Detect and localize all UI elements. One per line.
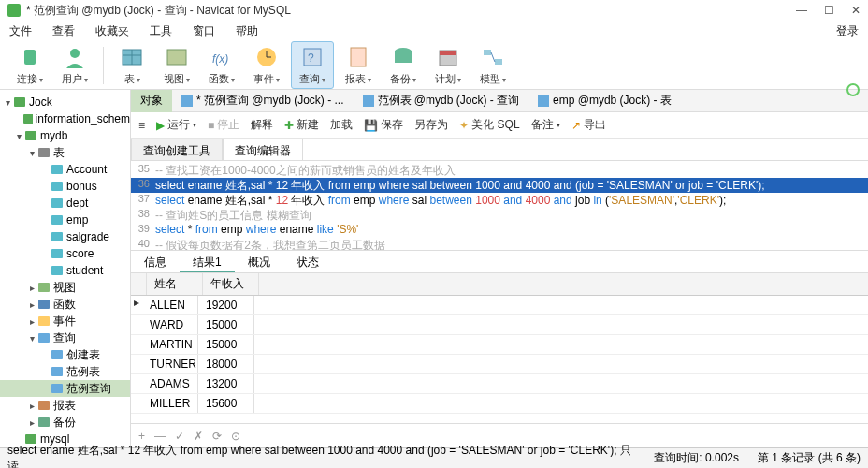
beautify-button[interactable]: ✦美化 SQL	[459, 117, 519, 133]
new-button[interactable]: ✚新建	[284, 117, 319, 133]
svg-rect-14	[395, 51, 412, 63]
table-row[interactable]: TURNER18000	[131, 355, 868, 374]
menu-file[interactable]: 文件	[9, 23, 32, 39]
svg-rect-17	[484, 50, 491, 55]
toolbar-backup[interactable]: 备份▾	[383, 42, 424, 88]
result-tabs: 信息 结果1 概况 状态	[131, 251, 868, 273]
sql-editor[interactable]: 35-- 查找工资在1000-4000之间的薪而或销售员的姓名及年收入 36se…	[131, 161, 868, 251]
tree-范例表[interactable]: 范例表	[0, 363, 130, 380]
svg-line-19	[491, 52, 495, 62]
svg-rect-28	[51, 232, 63, 241]
svg-rect-27	[51, 215, 63, 225]
toolbar-view[interactable]: 视图▾	[156, 42, 197, 88]
save-button[interactable]: 💾保存	[364, 117, 403, 133]
tree-表[interactable]: ▾表	[0, 144, 130, 161]
window-title: * 范例查询 @mydb (Jock) - 查询 - Navicat for M…	[26, 3, 796, 19]
maximize-button[interactable]: ☐	[824, 4, 834, 17]
refresh-icon[interactable]: ⟳	[212, 430, 222, 443]
toolbar-sched[interactable]: 计划▾	[427, 42, 469, 88]
toolbar-report[interactable]: 报表▾	[338, 42, 379, 88]
comment-button[interactable]: 备注▾	[531, 117, 560, 133]
svg-rect-21	[23, 114, 33, 124]
col-income[interactable]: 年收入	[203, 273, 259, 295]
run-button[interactable]: ▶运行▾	[156, 117, 196, 133]
toolbar-query[interactable]: ?查询▾	[291, 41, 334, 89]
toolbar-fx[interactable]: f(x)函数▾	[201, 42, 242, 88]
minimize-button[interactable]: —	[796, 4, 807, 17]
toolbar-clock[interactable]: 事件▾	[246, 42, 287, 88]
nav-cancel-icon[interactable]: ✗	[194, 430, 203, 443]
tree-查询[interactable]: ▾查询	[0, 329, 130, 346]
toolbar-table[interactable]: 表▾	[111, 42, 152, 88]
tree-备份[interactable]: ▸备份	[0, 414, 130, 431]
saveas-button[interactable]: 另存为	[414, 117, 448, 133]
table-row[interactable]: ▸ALLEN19200	[131, 296, 868, 315]
tree-information_schem[interactable]: information_schem	[0, 110, 130, 127]
tab-2[interactable]: 范例表 @mydb (Jock) - 查询	[354, 90, 529, 112]
tree-student[interactable]: student	[0, 262, 130, 279]
menu-window[interactable]: 窗口	[193, 23, 215, 39]
subtab-editor[interactable]: 查询编辑器	[223, 139, 303, 160]
table-row[interactable]: WARD15000	[131, 315, 868, 335]
svg-rect-20	[14, 97, 25, 107]
tab-0[interactable]: 对象	[131, 90, 172, 112]
col-name[interactable]: 姓名	[147, 273, 203, 295]
tree-mydb[interactable]: ▾mydb	[0, 127, 130, 144]
svg-rect-24	[51, 165, 63, 174]
tree-报表[interactable]: ▸报表	[0, 397, 130, 414]
svg-rect-36	[51, 367, 63, 376]
load-button[interactable]: 加载	[330, 117, 353, 133]
tree-score[interactable]: score	[0, 245, 130, 262]
tree-Jock[interactable]: ▾Jock	[0, 94, 130, 110]
svg-text:f(x): f(x)	[212, 52, 228, 66]
table-row[interactable]: MARTIN15000	[131, 335, 868, 355]
status-count: 第 1 条记录 (共 6 条)	[758, 450, 861, 466]
tab-1[interactable]: * 范例查询 @mydb (Jock) - ...	[172, 90, 354, 112]
login-button[interactable]: 登录	[836, 23, 859, 39]
rtab-result1[interactable]: 结果1	[180, 251, 235, 272]
svg-rect-5	[167, 50, 186, 65]
tab-3[interactable]: emp @mydb (Jock) - 表	[528, 90, 681, 112]
nav-first-icon[interactable]: +	[138, 430, 145, 443]
tree-dept[interactable]: dept	[0, 195, 130, 212]
toolbar-plug[interactable]: 连接▾	[9, 42, 51, 88]
svg-rect-39	[38, 417, 50, 427]
tree-salgrade[interactable]: salgrade	[0, 228, 130, 245]
table-row[interactable]: MILLER15600	[131, 394, 868, 414]
tree-事件[interactable]: ▸事件	[0, 313, 130, 329]
toolbar-user[interactable]: 用户▾	[54, 42, 95, 88]
tree-函数[interactable]: ▸函数	[0, 296, 130, 313]
tree-范例查询[interactable]: 范例查询	[0, 380, 130, 397]
explain-button[interactable]: 解释	[251, 117, 273, 133]
nav-check-icon[interactable]: ✓	[175, 430, 184, 443]
toolbar-model[interactable]: 模型▾	[472, 42, 514, 88]
nav-prev-icon[interactable]: —	[154, 430, 166, 443]
menubar: 文件 查看 收藏夹 工具 窗口 帮助 登录	[0, 21, 868, 41]
subtab-builder[interactable]: 查询创建工具	[131, 139, 223, 160]
result-grid[interactable]: 姓名 年收入 ▸ALLEN19200WARD15000MARTIN15000TU…	[131, 273, 868, 447]
connection-tree[interactable]: ▾Jockinformation_schem▾mydb▾表Accountbonu…	[0, 90, 131, 447]
rtab-profile[interactable]: 概况	[235, 251, 283, 272]
tree-emp[interactable]: emp	[0, 212, 130, 228]
menu-view[interactable]: 查看	[52, 23, 75, 39]
table-row[interactable]: ADAMS13200	[131, 374, 868, 394]
tree-bonus[interactable]: bonus	[0, 178, 130, 195]
sync-icon[interactable]	[846, 82, 862, 99]
query-actionbar: ≡ ▶运行▾ ■ 停止 解释 ✚新建 加载 💾保存 另存为 ✦美化 SQL 备注…	[131, 112, 868, 139]
rtab-status[interactable]: 状态	[283, 251, 332, 272]
close-button[interactable]: ✕	[851, 4, 861, 17]
main-toolbar: 连接▾用户▾表▾视图▾f(x)函数▾事件▾?查询▾报表▾备份▾计划▾模型▾	[0, 41, 868, 90]
stop-button[interactable]: ■ 停止	[208, 117, 239, 133]
menu-favorites[interactable]: 收藏夹	[95, 23, 129, 39]
svg-rect-23	[38, 148, 50, 157]
menu-tools[interactable]: 工具	[150, 23, 172, 39]
tree-创建表[interactable]: 创建表	[0, 346, 130, 363]
menu-help[interactable]: 帮助	[236, 23, 258, 39]
tree-Account[interactable]: Account	[0, 161, 130, 178]
search-icon[interactable]: ⊙	[231, 430, 240, 443]
hamburger-icon[interactable]: ≡	[138, 119, 145, 132]
export-button[interactable]: ↗导出	[571, 117, 606, 133]
rtab-info[interactable]: 信息	[131, 251, 180, 272]
svg-rect-12	[351, 48, 366, 66]
tree-视图[interactable]: ▸视图	[0, 279, 130, 296]
